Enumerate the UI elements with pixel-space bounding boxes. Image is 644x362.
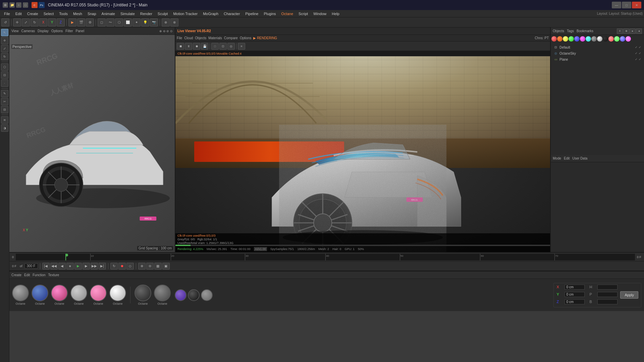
tool-point[interactable]: · [1, 79, 8, 87]
tool-mirror[interactable]: ⊟ [1, 106, 8, 113]
keyframe-btn[interactable]: ◇ [126, 263, 134, 269]
apply-button[interactable]: Apply [620, 291, 638, 299]
camera-button[interactable]: 📷 [150, 18, 158, 26]
menu-window[interactable]: Window [311, 11, 329, 16]
magnet-button[interactable]: ⊕ [162, 18, 170, 26]
pb-extra2[interactable]: ⊖ [146, 263, 154, 269]
oct-file[interactable]: File [177, 36, 182, 40]
bookmarks-tab[interactable]: Bookmarks [577, 29, 593, 33]
mat-1[interactable]: Octane [12, 285, 29, 305]
move-button[interactable]: ✛ [13, 18, 21, 26]
tool-rotate[interactable]: ↻ [1, 53, 8, 60]
tool-paint[interactable]: ✎ [1, 90, 8, 97]
menu-animate[interactable]: Animate [99, 11, 118, 16]
oct-region3[interactable]: ◎ [227, 43, 235, 50]
menu-sculpt[interactable]: Sculpt [155, 11, 171, 16]
render-settings[interactable]: ⚙ [86, 18, 94, 26]
menu-mesh[interactable]: Mesh [70, 11, 85, 16]
scale-button[interactable]: ⤢ [22, 18, 30, 26]
snap-button[interactable]: ⊗ [170, 18, 178, 26]
menu-create[interactable]: Create [24, 11, 41, 16]
mat-create[interactable]: Create [11, 273, 21, 277]
render-button[interactable]: ▶ [68, 18, 76, 26]
object-item-plane[interactable]: ▭ Plane ✓ ✓ [552, 56, 643, 62]
play-stop[interactable]: ■ [66, 263, 74, 269]
menu-snap[interactable]: Snap [85, 11, 99, 16]
view-btn-3[interactable]: ▸ [630, 28, 636, 34]
c4d-viewport-content[interactable]: Perspective RRCG 人人素材 RRCG 人人素材 [9, 35, 175, 252]
oct-objects[interactable]: Objects [195, 36, 206, 40]
play-prev[interactable]: ◀◀ [50, 263, 58, 269]
play-prev-frame[interactable]: ◀ [58, 263, 66, 269]
vp-filter[interactable]: Filter [65, 29, 73, 33]
mat-3[interactable]: Octane [51, 285, 68, 305]
play-next-frame[interactable]: ▶ [83, 263, 90, 269]
userdata-tab[interactable]: User Data [572, 157, 587, 160]
mat-small-1[interactable] [175, 289, 186, 301]
objects-tab[interactable]: Objects [553, 29, 564, 33]
oct-rendering[interactable]: ▶ RENDERING [253, 36, 277, 40]
tool-scale[interactable]: ⤢ [1, 45, 8, 52]
z-axis[interactable]: Z [57, 18, 65, 26]
p-input[interactable] [597, 292, 618, 297]
timeline-track[interactable]: 10 20 30 40 50 60 70 [16, 254, 635, 260]
mat-edit[interactable]: Edit [24, 273, 30, 277]
record-btn[interactable]: ⏺ [118, 263, 126, 269]
mat-5[interactable]: Octane [90, 285, 107, 305]
tool-move[interactable]: ✛ [1, 37, 8, 44]
oct-options[interactable]: Options [240, 36, 251, 40]
b-input[interactable] [597, 299, 618, 304]
mat-ball-pink[interactable] [51, 285, 68, 301]
mat-2[interactable]: Octane [32, 285, 48, 305]
pb-extra4[interactable]: ▣ [162, 263, 170, 269]
z-input[interactable] [565, 299, 585, 304]
vp-panel[interactable]: Panel [76, 29, 85, 33]
tool-knife[interactable]: ✂ [1, 98, 8, 105]
h-input[interactable] [597, 285, 618, 290]
nurbs-button[interactable]: ⬡ [115, 18, 123, 26]
mat-ball-grey[interactable] [12, 285, 29, 301]
view-btn-1[interactable]: ≡ [617, 28, 623, 34]
menu-character[interactable]: Character [221, 11, 243, 16]
rotate-button[interactable]: ↻ [31, 18, 39, 26]
view-btn-2[interactable]: ⊕ [623, 28, 629, 34]
tool-edge[interactable]: ⊡ [1, 71, 8, 79]
undo-button[interactable]: ↺ [1, 18, 9, 26]
oct-pause[interactable]: ⏸ [185, 43, 192, 50]
object-button[interactable]: ◻ [98, 18, 106, 26]
mat-function[interactable]: Function [33, 273, 45, 277]
play-end[interactable]: ▶| [99, 263, 106, 269]
vp-display[interactable]: Display [38, 29, 49, 33]
play-play[interactable]: ▶ [74, 263, 82, 269]
mat-6[interactable]: Octane [109, 285, 126, 305]
mat-4[interactable]: Octane [70, 285, 87, 305]
menu-motion-tracker[interactable]: Motion Tracker [170, 11, 200, 16]
mat-ball-white[interactable] [109, 285, 126, 301]
mat-ball-blue[interactable] [32, 285, 48, 301]
loop-btn[interactable]: ↻ [110, 263, 118, 269]
octane-live-viewer[interactable]: Live Viewer V4.05-R2 File Cloud Objects … [175, 27, 550, 252]
menu-select[interactable]: Select [41, 11, 57, 16]
pb-extra3[interactable]: ▦ [154, 263, 162, 269]
oct-materials[interactable]: Materials [208, 36, 222, 40]
tool-sculpt[interactable]: ◑ [1, 124, 8, 132]
vp-cameras[interactable]: Cameras [21, 29, 35, 33]
mat-ball-pink2[interactable] [90, 285, 107, 301]
oct-region1[interactable]: □ [211, 43, 219, 50]
close-button[interactable]: ✕ [632, 2, 641, 8]
object-item-octanesky[interactable]: ◎ OctaneSky ✓ ✓ [552, 50, 643, 56]
oct-region2[interactable]: ⊡ [219, 43, 227, 50]
mat-small-3[interactable] [201, 289, 213, 301]
oct-stop[interactable]: ⏹ [177, 43, 184, 50]
x-axis[interactable]: X [39, 18, 47, 26]
spline-button[interactable]: 〜 [106, 18, 114, 26]
oct-iso[interactable]: ≡ [238, 43, 245, 50]
oct-cloud[interactable]: Cloud [184, 36, 193, 40]
window-controls[interactable]: — □ ✕ [612, 2, 641, 8]
menu-octane[interactable]: Octane [279, 11, 296, 16]
oct-record[interactable]: ⏺ [193, 43, 200, 50]
vp-options[interactable]: Options [51, 29, 63, 33]
deformer-button[interactable]: ⬜ [124, 18, 132, 26]
pb-extra1[interactable]: ⊕ [138, 263, 146, 269]
menu-plugins[interactable]: Plugins [261, 11, 278, 16]
